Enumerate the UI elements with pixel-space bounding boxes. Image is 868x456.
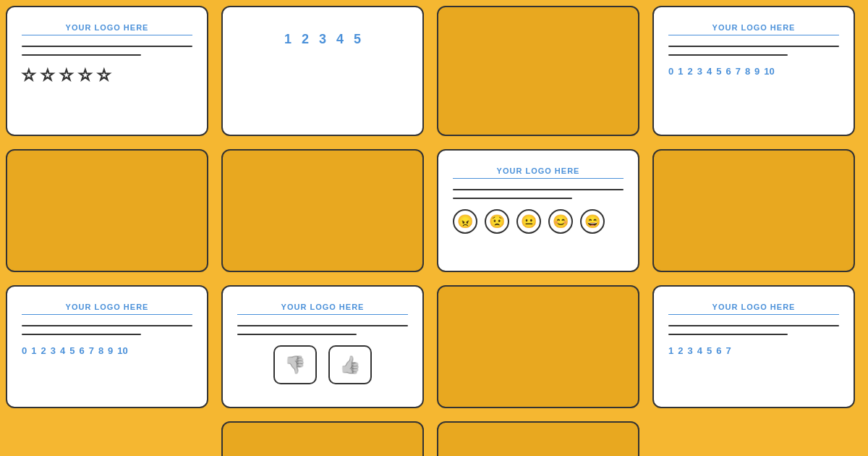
thumbs-up-box: 👍 <box>328 345 372 384</box>
emoji-rating: 😠 😟 😐 😊 😄 <box>453 209 624 234</box>
star-1: ☆ <box>22 66 36 85</box>
card-divider-5 <box>22 325 192 326</box>
logo-text-1: YOUR LOGO HERE <box>22 23 192 35</box>
star-5: ☆ <box>97 66 111 85</box>
card-divider-6 <box>22 334 141 335</box>
card-divider-2 <box>22 54 141 56</box>
emoji-very-happy: 😄 <box>580 209 605 234</box>
scale-1-7: 1 2 3 4 5 6 7 <box>668 345 839 356</box>
card-divider-7 <box>237 325 408 326</box>
star-4: ☆ <box>78 66 93 85</box>
scale-1-5: 1 2 3 4 5 <box>237 32 408 47</box>
emoji-happy: 😊 <box>548 209 573 234</box>
logo-text-5: YOUR LOGO HERE <box>453 166 624 179</box>
card-logo-scale-1-7: YOUR LOGO HERE 1 2 3 4 5 6 7 <box>652 285 855 408</box>
thumbs-down-icon: 👎 <box>284 355 306 375</box>
card-logo-thumbs: YOUR LOGO HERE 👎 👍 <box>221 285 424 408</box>
logo-text-3: YOUR LOGO HERE <box>22 303 192 315</box>
card-divider-12 <box>668 54 788 56</box>
card-golden-6 <box>437 421 639 456</box>
card-divider-9 <box>453 189 624 190</box>
emoji-neutral: 😐 <box>516 209 541 234</box>
card-logo-stars: YOUR LOGO HERE ☆ ☆ ☆ ☆ ☆ <box>6 6 208 136</box>
star-rating: ☆ ☆ ☆ ☆ ☆ <box>22 66 192 85</box>
logo-text-6: YOUR LOGO HERE <box>668 23 839 35</box>
thumbs-up-icon: 👍 <box>339 355 361 375</box>
emoji-angry: 😠 <box>453 209 477 234</box>
card-divider-13 <box>668 325 839 326</box>
card-golden-5 <box>437 285 639 408</box>
card-divider-1 <box>22 46 192 47</box>
card-golden-3 <box>221 421 424 456</box>
logo-text-7: YOUR LOGO HERE <box>668 303 839 315</box>
emoji-sad: 😟 <box>485 209 509 234</box>
star-3: ☆ <box>59 66 74 85</box>
star-2: ☆ <box>41 66 55 85</box>
card-logo-scale-0-10-b: YOUR LOGO HERE 0 1 2 3 4 5 6 7 8 9 10 <box>652 6 855 136</box>
card-logo-emoji: YOUR LOGO HERE 😠 😟 😐 😊 😄 <box>437 149 639 272</box>
card-divider-14 <box>668 334 788 335</box>
card-golden-1 <box>6 149 208 272</box>
logo-text-4: YOUR LOGO HERE <box>237 303 408 315</box>
card-divider-8 <box>237 334 357 335</box>
card-divider-10 <box>453 198 572 199</box>
card-golden-4 <box>437 6 639 136</box>
scale-0-10-b: 0 1 2 3 4 5 6 7 8 9 10 <box>668 66 839 77</box>
thumbs-down-box: 👎 <box>273 345 317 384</box>
card-golden-7 <box>652 149 855 272</box>
thumb-rating: 👎 👍 <box>237 345 408 384</box>
card-logo-scale-0-10-a: YOUR LOGO HERE 0 1 2 3 4 5 6 7 8 9 10 <box>6 285 208 408</box>
card-divider-11 <box>668 46 839 47</box>
card-golden-2 <box>221 149 424 272</box>
card-scale-1-5: 1 2 3 4 5 <box>221 6 424 136</box>
scale-0-10-a: 0 1 2 3 4 5 6 7 8 9 10 <box>22 345 192 356</box>
